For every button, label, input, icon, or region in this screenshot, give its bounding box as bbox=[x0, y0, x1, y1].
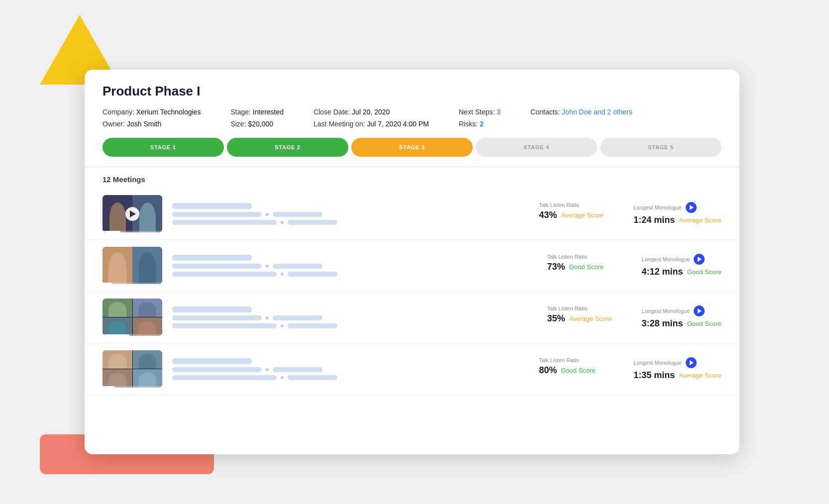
video-progress-fill-1 bbox=[103, 231, 120, 232]
video-progress-fill-2 bbox=[103, 283, 111, 284]
skeleton-line bbox=[172, 315, 262, 320]
skeleton-line bbox=[172, 220, 277, 225]
meta-column-5: Contacts: John Doe and 2 others bbox=[530, 108, 632, 116]
talk-listen-number-3: 35% bbox=[547, 313, 565, 324]
meeting-title-skeleton bbox=[172, 306, 252, 312]
stage-3-button[interactable]: STAGE 3 bbox=[351, 138, 473, 157]
skeleton-line bbox=[288, 375, 337, 380]
monologue-score-2: Good Score bbox=[687, 268, 722, 276]
play-icon-1 bbox=[130, 210, 136, 217]
meetings-section: 12 Meetings bbox=[85, 167, 739, 395]
meeting-info-2 bbox=[172, 255, 537, 277]
meetings-header: 12 Meetings bbox=[85, 167, 739, 188]
talk-listen-number-2: 73% bbox=[547, 262, 565, 272]
meta-column-3: Close Date: Jul 20, 2020 Last Meeting on… bbox=[313, 108, 429, 128]
stage-2-button[interactable]: STAGE 2 bbox=[227, 138, 348, 157]
talk-listen-score-2: Good Score bbox=[569, 263, 604, 271]
deal-meta: Company: Xerium Technologies Owner: Josh… bbox=[103, 108, 722, 128]
skeleton-dot bbox=[281, 376, 284, 379]
meeting-thumbnail-2[interactable] bbox=[103, 247, 162, 284]
monologue-play-4[interactable] bbox=[686, 357, 697, 368]
last-meeting-meta: Last Meeting on: Jul 7, 2020 4:00 PM bbox=[313, 120, 429, 128]
meeting-thumbnail-3[interactable] bbox=[103, 299, 162, 336]
video-progress-4 bbox=[103, 386, 162, 388]
meeting-metrics-1: Talk Listen Ratio 43% Average Score Long… bbox=[539, 202, 722, 225]
skeleton-dot bbox=[266, 213, 269, 216]
meeting-info-4 bbox=[172, 358, 529, 380]
monologue-play-1[interactable] bbox=[686, 202, 697, 213]
skeleton-line bbox=[172, 323, 277, 328]
talk-listen-value-row-3: 35% Average Score bbox=[547, 313, 612, 324]
meeting-row: Talk Listen Ratio 43% Average Score Long… bbox=[85, 188, 739, 240]
meeting-sub-skeleton-1 bbox=[172, 367, 529, 372]
talk-listen-metric-2: Talk Listen Ratio 73% Good Score bbox=[547, 254, 612, 272]
monologue-metric-3: Longest Monologue 3:28 mins Good Score bbox=[642, 305, 722, 329]
monologue-number-1: 1:24 mins bbox=[633, 215, 675, 225]
meeting-info-3 bbox=[172, 306, 537, 328]
monologue-label-3: Longest Monologue bbox=[642, 308, 690, 314]
talk-listen-score-4: Good Score bbox=[561, 367, 595, 374]
size-meta: Size: $20,000 bbox=[230, 120, 284, 128]
monologue-score-1: Average Score bbox=[679, 216, 722, 224]
talk-listen-label-2: Talk Listen Ratio bbox=[547, 254, 612, 260]
skeleton-line bbox=[172, 375, 277, 380]
video-progress-fill-3 bbox=[103, 334, 129, 336]
meeting-row: Talk Listen Ratio 80% Good Score Longest… bbox=[85, 343, 739, 395]
skeleton-line bbox=[273, 264, 322, 269]
meta-column-1: Company: Xerium Technologies Owner: Josh… bbox=[103, 108, 201, 128]
monologue-value-row-4: 1:35 mins Average Score bbox=[633, 370, 722, 381]
stage-1-button[interactable]: STAGE 1 bbox=[103, 138, 224, 157]
skeleton-dot bbox=[281, 273, 284, 276]
stage-5-button[interactable]: STAGE 5 bbox=[600, 138, 722, 157]
skeleton-line bbox=[172, 212, 262, 217]
video-progress-2 bbox=[103, 283, 162, 284]
owner-meta: Owner: Josh Smith bbox=[103, 120, 201, 128]
thumbnail-grid-4 bbox=[103, 350, 162, 388]
video-progress-3 bbox=[103, 334, 162, 336]
talk-listen-score-3: Average Score bbox=[569, 315, 612, 322]
talk-listen-metric-4: Talk Listen Ratio 80% Good Score bbox=[539, 357, 604, 376]
stage-meta: Stage: Interested bbox=[230, 108, 284, 116]
close-date-meta: Close Date: Jul 20, 2020 bbox=[313, 108, 429, 116]
monologue-value-row-3: 3:28 mins Good Score bbox=[642, 318, 722, 329]
skeleton-line bbox=[172, 264, 262, 269]
skeleton-line bbox=[288, 272, 337, 277]
play-icon-small-2 bbox=[698, 257, 702, 262]
meeting-sub-skeleton-1 bbox=[172, 212, 529, 217]
skeleton-line bbox=[273, 315, 322, 320]
monologue-play-3[interactable] bbox=[694, 305, 705, 316]
play-button-1[interactable] bbox=[125, 207, 139, 221]
stage-4-button[interactable]: STAGE 4 bbox=[476, 138, 597, 157]
monologue-metric-1: Longest Monologue 1:24 mins Average Scor… bbox=[633, 202, 722, 225]
next-steps-meta: Next Steps: 3 bbox=[459, 108, 501, 116]
main-card: Product Phase I Company: Xerium Technolo… bbox=[85, 70, 739, 454]
monologue-score-3: Good Score bbox=[687, 320, 722, 327]
play-icon-small-1 bbox=[690, 205, 694, 210]
monologue-value-row-2: 4:12 mins Good Score bbox=[642, 267, 722, 277]
skeleton-dot bbox=[266, 316, 269, 319]
talk-listen-number-4: 80% bbox=[539, 365, 557, 376]
meta-column-4: Next Steps: 3 Risks: 2 bbox=[459, 108, 501, 128]
talk-listen-label-1: Talk Listen Ratio bbox=[539, 202, 604, 208]
play-icon-small-4 bbox=[690, 360, 694, 365]
meeting-sub-skeleton-2 bbox=[172, 220, 529, 225]
talk-listen-label-3: Talk Listen Ratio bbox=[547, 305, 612, 311]
monologue-metric-2: Longest Monologue 4:12 mins Good Score bbox=[642, 254, 722, 277]
monologue-number-3: 3:28 mins bbox=[642, 318, 683, 329]
deal-header: Product Phase I Company: Xerium Technolo… bbox=[85, 70, 739, 128]
skeleton-dot bbox=[281, 221, 284, 224]
monologue-play-2[interactable] bbox=[694, 254, 705, 265]
meeting-title-skeleton bbox=[172, 255, 252, 261]
meeting-row: Talk Listen Ratio 73% Good Score Longest… bbox=[85, 240, 739, 292]
skeleton-line bbox=[273, 212, 322, 217]
video-progress-1 bbox=[103, 231, 162, 232]
monologue-value-row-1: 1:24 mins Average Score bbox=[633, 215, 722, 225]
meeting-thumbnail-4[interactable] bbox=[103, 350, 162, 388]
meeting-info-1 bbox=[172, 203, 529, 225]
meeting-thumbnail-1[interactable] bbox=[103, 195, 162, 232]
skeleton-dot bbox=[266, 368, 269, 371]
meeting-sub-skeleton-2 bbox=[172, 323, 537, 328]
play-icon-small-3 bbox=[698, 308, 702, 313]
meeting-sub-skeleton-2 bbox=[172, 375, 529, 380]
risks-meta: Risks: 2 bbox=[459, 120, 501, 128]
